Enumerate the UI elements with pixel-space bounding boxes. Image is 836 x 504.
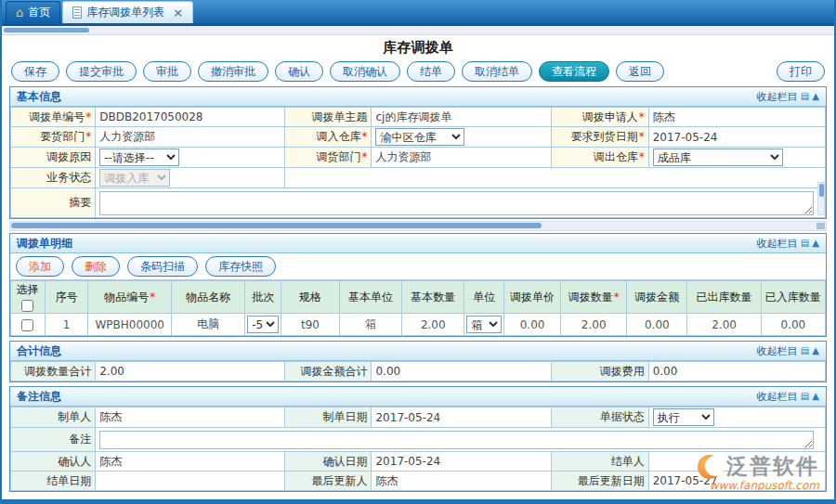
barcode-scan-button[interactable]: 条码扫描 bbox=[127, 256, 198, 277]
collapse-detail-label: 收起栏目 bbox=[757, 237, 798, 251]
scrollbar-corner bbox=[816, 223, 825, 229]
total-section: 合计信息 收起栏目 ▤ ▲ 调拨数量合计 2.00 调拨金额合计 0.00 调拨… bbox=[9, 341, 827, 382]
collapse-arrow-icon: ▲ bbox=[812, 392, 819, 401]
basic-info-section: 基本信息 收起栏目 ▤ ▲ 调拨单编号* DBDB2017050028 调拨单主… bbox=[9, 86, 827, 219]
col-spec: 规格 bbox=[281, 281, 339, 314]
maker-value: 陈杰 bbox=[96, 407, 284, 428]
print-button[interactable]: 打印 bbox=[777, 61, 825, 82]
total-qty-label: 调拨数量合计 bbox=[11, 362, 96, 381]
view-flow-button[interactable]: 查看流程 bbox=[539, 61, 609, 82]
detail-header: 调拨单明细 收起栏目 ▤ ▲ bbox=[10, 234, 826, 253]
col-select: 选择 bbox=[11, 281, 46, 314]
total-header: 合计信息 收起栏目 ▤ ▲ bbox=[10, 342, 826, 361]
home-icon: ⌂ bbox=[16, 6, 23, 19]
close-date-value bbox=[96, 472, 284, 491]
last-updater-label: 最后更新人 bbox=[284, 472, 372, 491]
detail-table: 选择 序号 物品编号* 物品名称 批次 规格 基本单位 基本数量 单位 调拨单价… bbox=[10, 280, 826, 336]
reason-select[interactable]: --请选择-- bbox=[99, 149, 179, 166]
col-item-name: 物品名称 bbox=[171, 281, 244, 314]
remark-header: 备注信息 收起栏目 ▤ ▲ bbox=[10, 387, 826, 407]
col-price: 调拨单价 bbox=[504, 281, 561, 314]
top-scrollbar-handle[interactable] bbox=[4, 28, 89, 32]
delete-row-button[interactable]: 删除 bbox=[72, 256, 120, 277]
approval-button[interactable]: 审批 bbox=[143, 61, 191, 82]
collapse-panel-icon: ▤ bbox=[801, 92, 809, 101]
select-all-checkbox[interactable] bbox=[21, 300, 33, 312]
col-amount: 调拨金额 bbox=[627, 281, 687, 314]
remark-form: 制单人 陈杰 制单日期 2017-05-24 单据状态 执行 备注 确认人 bbox=[10, 407, 826, 491]
detail-row: 1 WPBH00000 电脑 -5 t90 箱 2.00 箱 0.00 2.00 bbox=[11, 314, 826, 336]
note-textarea[interactable] bbox=[99, 431, 814, 449]
last-update-date-label: 最后更新日期 bbox=[552, 472, 648, 491]
make-date-value: 2017-05-24 bbox=[372, 407, 552, 428]
stock-snapshot-button[interactable]: 库存快照 bbox=[205, 256, 276, 277]
close-order-button[interactable]: 结单 bbox=[407, 61, 455, 82]
collapse-arrow-icon: ▲ bbox=[812, 239, 819, 248]
basic-vertical-scrollbar bbox=[817, 182, 825, 215]
submit-approval-button[interactable]: 提交审批 bbox=[66, 61, 137, 82]
mid-scrollbar-handle[interactable] bbox=[11, 223, 542, 228]
col-batch: 批次 bbox=[245, 281, 281, 314]
doc-status-select[interactable]: 执行 bbox=[653, 408, 714, 426]
out-warehouse-select[interactable]: 成品库 bbox=[653, 149, 783, 166]
total-amount-value: 0.00 bbox=[372, 362, 552, 381]
cell-base-unit: 箱 bbox=[340, 314, 402, 336]
req-date-label: 要求到货日期* bbox=[552, 127, 648, 148]
applicant-value: 陈杰 bbox=[648, 108, 825, 127]
collapse-total-link[interactable]: 收起栏目 ▤ ▲ bbox=[757, 344, 819, 358]
in-warehouse-label: 调入仓库* bbox=[284, 127, 372, 148]
remark-title: 备注信息 bbox=[17, 389, 61, 405]
collapse-panel-icon: ▤ bbox=[801, 239, 809, 248]
out-warehouse-label: 调出仓库* bbox=[552, 148, 648, 168]
doc-status-label: 单据状态 bbox=[552, 407, 648, 428]
collapse-detail-link[interactable]: 收起栏目 ▤ ▲ bbox=[757, 237, 819, 251]
collapse-basic-link[interactable]: 收起栏目 ▤ ▲ bbox=[757, 90, 819, 104]
maker-label: 制单人 bbox=[11, 407, 96, 428]
cell-qty: 2.00 bbox=[561, 314, 627, 336]
unit-select[interactable]: 箱 bbox=[466, 316, 502, 333]
collapse-arrow-icon: ▲ bbox=[812, 92, 819, 101]
collapse-remark-link[interactable]: 收起栏目 ▤ ▲ bbox=[757, 390, 819, 404]
batch-select[interactable]: -5 bbox=[247, 316, 279, 333]
row-checkbox[interactable] bbox=[21, 319, 33, 331]
reason-label: 调拨原因 bbox=[11, 148, 96, 168]
tab-close-icon[interactable]: × bbox=[173, 6, 183, 19]
col-base-unit: 基本单位 bbox=[340, 281, 402, 314]
order-no-label: 调拨单编号* bbox=[11, 108, 96, 127]
cell-base-qty: 2.00 bbox=[402, 314, 464, 336]
cell-in-qty: 0.00 bbox=[761, 314, 825, 336]
tab-transfer-list[interactable]: 库存调拨单列表 × bbox=[62, 1, 193, 23]
col-item-no: 物品编号* bbox=[88, 281, 172, 314]
top-horizontal-scrollbar bbox=[2, 26, 834, 35]
collapse-total-label: 收起栏目 bbox=[757, 344, 798, 358]
basic-info-title: 基本信息 bbox=[17, 89, 61, 105]
biz-status-select: 调拨入库 bbox=[99, 169, 170, 187]
biz-status-filler bbox=[284, 168, 825, 188]
last-updater-value: 陈杰 bbox=[372, 472, 552, 491]
toolbar: 保存 提交审批 审批 撤消审批 确认 取消确认 结单 取消结单 查看流程 返回 … bbox=[2, 59, 834, 86]
app-window: ⌂ 首页 库存调拨单列表 × 库存调拨单 保存 提交审批 审批 撤消审批 确认 … bbox=[0, 0, 836, 504]
tab-bar: ⌂ 首页 库存调拨单列表 × bbox=[2, 0, 834, 26]
basic-vertical-scrollbar-handle[interactable] bbox=[819, 184, 824, 197]
in-warehouse-select[interactable]: 渝中区仓库 bbox=[375, 128, 464, 146]
collapse-arrow-icon: ▲ bbox=[812, 346, 819, 355]
confirm-button[interactable]: 确认 bbox=[275, 61, 323, 82]
add-row-button[interactable]: 添加 bbox=[16, 256, 64, 277]
close-date-label: 结单日期 bbox=[11, 472, 96, 491]
tab-transfer-list-label: 库存调拨单列表 bbox=[86, 5, 164, 20]
revoke-approval-button[interactable]: 撤消审批 bbox=[198, 61, 268, 82]
confirmer-label: 确认人 bbox=[11, 452, 96, 472]
col-out-qty: 已出库数量 bbox=[687, 281, 761, 314]
summary-textarea[interactable] bbox=[99, 191, 814, 215]
tab-home[interactable]: ⌂ 首页 bbox=[6, 1, 60, 23]
back-button[interactable]: 返回 bbox=[616, 61, 664, 82]
req-dept-label: 要货部门* bbox=[11, 127, 96, 148]
cell-item-name: 电脑 bbox=[171, 314, 244, 336]
cancel-confirm-button[interactable]: 取消确认 bbox=[330, 61, 400, 82]
save-button[interactable]: 保存 bbox=[11, 61, 59, 82]
cancel-close-button[interactable]: 取消结单 bbox=[462, 61, 532, 82]
total-fee-label: 调拨费用 bbox=[552, 362, 648, 381]
order-no-value: DBDB2017050028 bbox=[96, 108, 284, 127]
summary-label: 摘要 bbox=[11, 188, 96, 218]
collapse-basic-label: 收起栏目 bbox=[757, 90, 798, 104]
